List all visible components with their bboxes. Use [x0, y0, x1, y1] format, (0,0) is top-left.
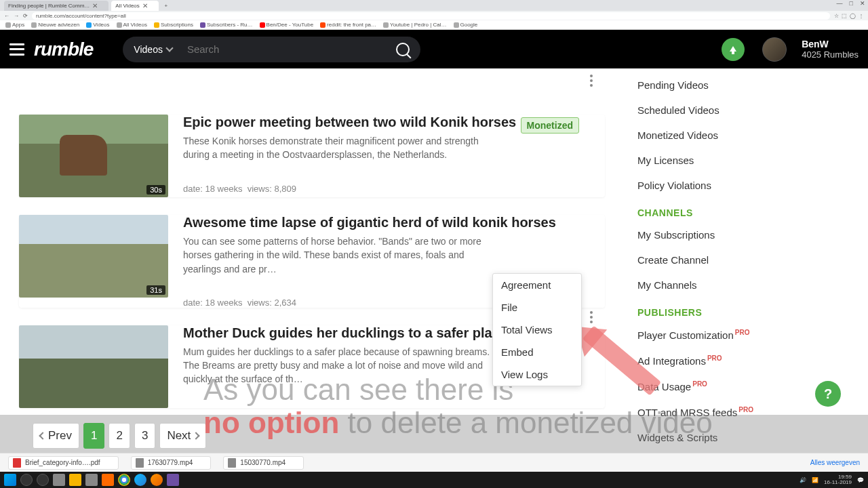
video-thumbnail[interactable]: 31s — [19, 215, 168, 298]
bookmark[interactable]: All Videos — [117, 22, 147, 28]
pro-badge: PRO — [735, 329, 750, 336]
pro-badge: PRO — [707, 354, 722, 362]
chevron-right-icon — [193, 432, 200, 439]
main: Monetized 30s Epic power meeting between… — [0, 68, 868, 453]
duration-label: 31s — [146, 285, 165, 295]
browser-toolbar: ← → ⟳ rumble.com/account/content?type=al… — [0, 11, 868, 20]
bookmark[interactable]: Subscriptions — [154, 22, 193, 28]
sidebar-item-ad-integrations[interactable]: Ad IntegrationsPRO — [637, 348, 854, 373]
window-close[interactable]: ✕ — [860, 0, 865, 7]
bookmark[interactable]: Google — [454, 22, 478, 28]
menu-item-file[interactable]: File — [493, 296, 581, 319]
star-icon[interactable]: ☆ — [834, 13, 839, 19]
file-icon — [136, 458, 144, 468]
sidebar-item-pending[interactable]: Pending Videos — [637, 73, 854, 98]
chevron-left-icon — [39, 432, 46, 439]
video-description: These Konik horses demonstrate their mag… — [183, 134, 495, 162]
sidebar-item-player-custom[interactable]: Player CustomizationPRO — [637, 322, 854, 348]
nav-fwd-icon[interactable]: → — [14, 13, 19, 19]
pdf-icon — [13, 458, 21, 468]
taskbar-app-icon[interactable] — [167, 474, 179, 486]
page-button-1[interactable]: 1 — [83, 423, 104, 449]
sidebar-item-licenses[interactable]: My Licenses — [637, 148, 854, 173]
taskbar-app-icon[interactable] — [85, 474, 98, 486]
browser-tab-1[interactable]: All Videos✕ — [111, 1, 158, 11]
pagination: Prev 1 2 3 Next — [33, 423, 206, 449]
video-description: You can see some patterns of horse behav… — [183, 235, 495, 276]
notifications-icon[interactable]: 💬 — [857, 477, 864, 483]
sidebar-item-create-channel[interactable]: Create Channel — [637, 247, 854, 272]
menu-icon[interactable]: ⋮ — [859, 13, 864, 19]
more-options-button[interactable] — [583, 308, 599, 327]
menu-item-view-logs[interactable]: View Logs — [493, 363, 581, 386]
video-title[interactable]: Epic power meeting between two wild Koni… — [183, 115, 557, 130]
system-tray[interactable]: 🔊 📶 19:5916-11-2019 💬 — [800, 474, 864, 485]
search-input[interactable] — [179, 43, 389, 55]
bookmark[interactable]: Subscribers - Ru… — [200, 22, 253, 28]
search-button[interactable] — [389, 37, 416, 62]
ext-icon[interactable]: ⬚ — [842, 13, 847, 19]
bookmark[interactable]: Apps — [5, 22, 24, 28]
annotation-text: As you can see there is no option to del… — [203, 373, 713, 441]
taskbar-taskview-icon[interactable] — [53, 474, 65, 486]
page-button-3[interactable]: 3 — [134, 423, 155, 449]
page-button-2[interactable]: 2 — [108, 423, 130, 449]
tray-icon[interactable]: 🔊 — [800, 477, 806, 483]
close-icon[interactable]: ✕ — [92, 2, 98, 9]
duration-label: 30s — [146, 185, 165, 195]
nav-back-icon[interactable]: ← — [4, 13, 9, 19]
logo[interactable]: rumble — [34, 39, 93, 60]
taskbar-search-icon[interactable] — [20, 474, 33, 486]
browser-tab-0[interactable]: Finding people | Rumble Comm…✕ — [4, 1, 108, 11]
new-tab-button[interactable]: + — [161, 3, 171, 9]
search-category-select[interactable]: Videos — [134, 44, 179, 55]
bookmark[interactable]: Ben/Dee - YouTube — [260, 22, 314, 28]
hamburger-icon[interactable] — [9, 43, 24, 56]
bookmark[interactable]: reddit: the front pa… — [320, 22, 376, 28]
tray-icon[interactable]: 📶 — [812, 477, 818, 483]
download-item[interactable]: 15030770.mp4 — [223, 456, 304, 470]
menu-item-total-views[interactable]: Total Views — [493, 319, 581, 341]
site-header: rumble Videos BenW 4025 Rumbles — [0, 30, 868, 68]
video-thumbnail[interactable]: 30s — [19, 115, 168, 197]
file-icon — [228, 458, 236, 468]
url-bar[interactable]: rumble.com/account/content?type=all — [32, 12, 830, 20]
menu-item-agreement[interactable]: Agreement — [493, 274, 581, 296]
profile-icon[interactable]: ◯ — [850, 13, 856, 19]
taskbar-explorer-icon[interactable] — [69, 474, 81, 486]
bookmark[interactable]: Nieuwe adviezen — [31, 22, 79, 28]
bookmarks-bar: Apps Nieuwe adviezen Videos All Videos S… — [0, 20, 868, 30]
search-icon — [396, 43, 410, 56]
video-thumbnail[interactable] — [19, 325, 168, 408]
taskbar-cortana-icon[interactable] — [37, 474, 49, 486]
user-info[interactable]: BenW 4025 Rumbles — [802, 39, 859, 60]
bookmark[interactable]: Youtube | Pedro | Cal… — [383, 22, 446, 28]
window-maximize[interactable]: □ — [850, 0, 853, 7]
search-bar: Videos — [123, 37, 420, 62]
bookmark[interactable]: Videos — [86, 22, 109, 28]
upload-button[interactable] — [722, 38, 745, 61]
video-title[interactable]: Awesome time lapse of gigantic herd of w… — [183, 215, 557, 230]
download-item[interactable]: Brief_category-info….pdf — [8, 456, 119, 470]
nav-reload-icon[interactable]: ⟳ — [23, 13, 28, 19]
avatar[interactable] — [762, 37, 787, 62]
prev-button[interactable]: Prev — [33, 423, 79, 449]
taskbar-edge-icon[interactable] — [134, 474, 146, 486]
sidebar-item-subscriptions[interactable]: My Subscriptions — [637, 222, 854, 247]
sidebar-item-scheduled[interactable]: Scheduled Videos — [637, 98, 854, 123]
sidebar-item-my-channels[interactable]: My Channels — [637, 272, 854, 298]
more-options-button[interactable] — [583, 71, 599, 90]
menu-item-embed[interactable]: Embed — [493, 341, 581, 363]
next-button[interactable]: Next — [159, 423, 206, 449]
taskbar-app-icon[interactable] — [102, 474, 114, 486]
taskbar-firefox-icon[interactable] — [151, 474, 163, 486]
taskbar-chrome-icon[interactable] — [118, 474, 130, 486]
window-minimize[interactable]: — — [837, 0, 843, 7]
sidebar-item-policy[interactable]: Policy Violations — [637, 173, 854, 198]
show-all-downloads[interactable]: Alles weergeven — [810, 459, 860, 466]
sidebar-item-monetized[interactable]: Monetized Videos — [637, 123, 854, 148]
close-icon[interactable]: ✕ — [142, 2, 148, 9]
start-button[interactable] — [4, 474, 16, 486]
download-item[interactable]: 17630779.mp4 — [131, 456, 212, 470]
help-button[interactable]: ? — [815, 381, 841, 407]
